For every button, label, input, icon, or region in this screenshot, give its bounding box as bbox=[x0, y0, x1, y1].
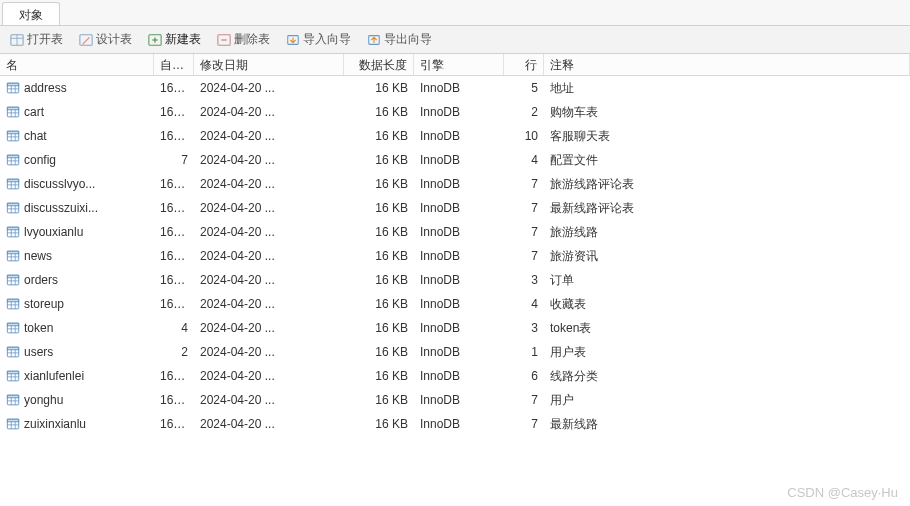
cell-comment: 用户 bbox=[544, 389, 910, 412]
design-table-icon bbox=[79, 33, 93, 47]
cell-name: token bbox=[0, 318, 154, 338]
cell-date: 2024-04-20 ... bbox=[194, 246, 344, 266]
cell-name: news bbox=[0, 246, 154, 266]
cell-date: 2024-04-20 ... bbox=[194, 414, 344, 434]
table-row[interactable]: token42024-04-20 ...16 KBInnoDB3token表 bbox=[0, 316, 910, 340]
cell-name: address bbox=[0, 78, 154, 98]
cell-comment: 最新线路评论表 bbox=[544, 197, 910, 220]
cell-size: 16 KB bbox=[344, 390, 414, 410]
table-name-label: config bbox=[24, 153, 56, 167]
new-table-button[interactable]: 新建表 bbox=[144, 29, 205, 50]
col-header-name[interactable]: 名 bbox=[0, 54, 154, 75]
design-table-button[interactable]: 设计表 bbox=[75, 29, 136, 50]
tab-objects[interactable]: 对象 bbox=[2, 2, 60, 25]
col-header-size[interactable]: 数据长度 bbox=[344, 54, 414, 75]
cell-auto: 1614... bbox=[154, 294, 194, 314]
cell-comment: 线路分类 bbox=[544, 365, 910, 388]
cell-size: 16 KB bbox=[344, 126, 414, 146]
cell-rows: 7 bbox=[504, 222, 544, 242]
table-row[interactable]: orders1614...2024-04-20 ...16 KBInnoDB3订… bbox=[0, 268, 910, 292]
tabs-bar: 对象 bbox=[0, 0, 910, 26]
table-row[interactable]: chat1614...2024-04-20 ...16 KBInnoDB10客服… bbox=[0, 124, 910, 148]
cell-auto: 1614... bbox=[154, 390, 194, 410]
col-header-engine[interactable]: 引擎 bbox=[414, 54, 504, 75]
cell-comment: 订单 bbox=[544, 269, 910, 292]
table-icon bbox=[6, 369, 20, 383]
table-row[interactable]: config72024-04-20 ...16 KBInnoDB4配置文件 bbox=[0, 148, 910, 172]
svg-rect-27 bbox=[7, 155, 18, 158]
col-header-auto[interactable]: 自动... bbox=[154, 54, 194, 75]
cell-size: 16 KB bbox=[344, 174, 414, 194]
table-icon bbox=[6, 321, 20, 335]
svg-rect-57 bbox=[7, 299, 18, 302]
cell-name: storeup bbox=[0, 294, 154, 314]
cell-date: 2024-04-20 ... bbox=[194, 78, 344, 98]
cell-size: 16 KB bbox=[344, 222, 414, 242]
cell-rows: 2 bbox=[504, 102, 544, 122]
cell-name: xianlufenlei bbox=[0, 366, 154, 386]
new-table-icon bbox=[148, 33, 162, 47]
table-name-label: users bbox=[24, 345, 53, 359]
cell-auto: 4 bbox=[154, 318, 194, 338]
table-row[interactable]: discusszuixi...1614...2024-04-20 ...16 K… bbox=[0, 196, 910, 220]
cell-auto: 1614... bbox=[154, 270, 194, 290]
cell-auto: 1614... bbox=[154, 102, 194, 122]
column-headers: 名 自动... 修改日期 数据长度 引擎 行 注释 bbox=[0, 54, 910, 76]
table-icon bbox=[6, 225, 20, 239]
table-row[interactable]: storeup1614...2024-04-20 ...16 KBInnoDB4… bbox=[0, 292, 910, 316]
table-row[interactable]: news1614...2024-04-20 ...16 KBInnoDB7旅游资… bbox=[0, 244, 910, 268]
cell-date: 2024-04-20 ... bbox=[194, 294, 344, 314]
table-icon bbox=[6, 273, 20, 287]
export-wizard-button[interactable]: 导出向导 bbox=[363, 29, 436, 50]
table-icon bbox=[6, 105, 20, 119]
table-name-label: xianlufenlei bbox=[24, 369, 84, 383]
cell-engine: InnoDB bbox=[414, 270, 504, 290]
svg-rect-42 bbox=[7, 227, 18, 230]
table-row[interactable]: zuixinxianlu1614...2024-04-20 ...16 KBIn… bbox=[0, 412, 910, 436]
cell-name: zuixinxianlu bbox=[0, 414, 154, 434]
export-wizard-label: 导出向导 bbox=[384, 31, 432, 48]
cell-engine: InnoDB bbox=[414, 222, 504, 242]
table-row[interactable]: lvyouxianlu1614...2024-04-20 ...16 KBInn… bbox=[0, 220, 910, 244]
cell-engine: InnoDB bbox=[414, 78, 504, 98]
svg-rect-12 bbox=[7, 83, 18, 86]
cell-engine: InnoDB bbox=[414, 102, 504, 122]
cell-date: 2024-04-20 ... bbox=[194, 222, 344, 242]
cell-date: 2024-04-20 ... bbox=[194, 126, 344, 146]
cell-date: 2024-04-20 ... bbox=[194, 150, 344, 170]
cell-comment: 用户表 bbox=[544, 341, 910, 364]
cell-engine: InnoDB bbox=[414, 198, 504, 218]
cell-rows: 4 bbox=[504, 150, 544, 170]
delete-table-button[interactable]: 删除表 bbox=[213, 29, 274, 50]
svg-rect-32 bbox=[7, 179, 18, 182]
svg-rect-82 bbox=[7, 419, 18, 422]
import-wizard-button[interactable]: 导入向导 bbox=[282, 29, 355, 50]
table-row[interactable]: yonghu1614...2024-04-20 ...16 KBInnoDB7用… bbox=[0, 388, 910, 412]
delete-table-label: 删除表 bbox=[234, 31, 270, 48]
open-table-button[interactable]: 打开表 bbox=[6, 29, 67, 50]
cell-name: yonghu bbox=[0, 390, 154, 410]
cell-name: cart bbox=[0, 102, 154, 122]
cell-name: orders bbox=[0, 270, 154, 290]
table-row[interactable]: xianlufenlei1614...2024-04-20 ...16 KBIn… bbox=[0, 364, 910, 388]
table-name-label: cart bbox=[24, 105, 44, 119]
col-header-comment[interactable]: 注释 bbox=[544, 54, 910, 75]
cell-engine: InnoDB bbox=[414, 318, 504, 338]
cell-rows: 6 bbox=[504, 366, 544, 386]
col-header-rows[interactable]: 行 bbox=[504, 54, 544, 75]
cell-auto: 1614... bbox=[154, 246, 194, 266]
table-row[interactable]: discusslvyo...1614...2024-04-20 ...16 KB… bbox=[0, 172, 910, 196]
cell-engine: InnoDB bbox=[414, 342, 504, 362]
cell-rows: 4 bbox=[504, 294, 544, 314]
table-row[interactable]: users22024-04-20 ...16 KBInnoDB1用户表 bbox=[0, 340, 910, 364]
cell-size: 16 KB bbox=[344, 294, 414, 314]
col-header-date[interactable]: 修改日期 bbox=[194, 54, 344, 75]
cell-name: lvyouxianlu bbox=[0, 222, 154, 242]
cell-rows: 7 bbox=[504, 246, 544, 266]
new-table-label: 新建表 bbox=[165, 31, 201, 48]
table-row[interactable]: cart1614...2024-04-20 ...16 KBInnoDB2购物车… bbox=[0, 100, 910, 124]
table-row[interactable]: address1614...2024-04-20 ...16 KBInnoDB5… bbox=[0, 76, 910, 100]
svg-rect-22 bbox=[7, 131, 18, 134]
cell-auto: 1614... bbox=[154, 414, 194, 434]
svg-rect-37 bbox=[7, 203, 18, 206]
